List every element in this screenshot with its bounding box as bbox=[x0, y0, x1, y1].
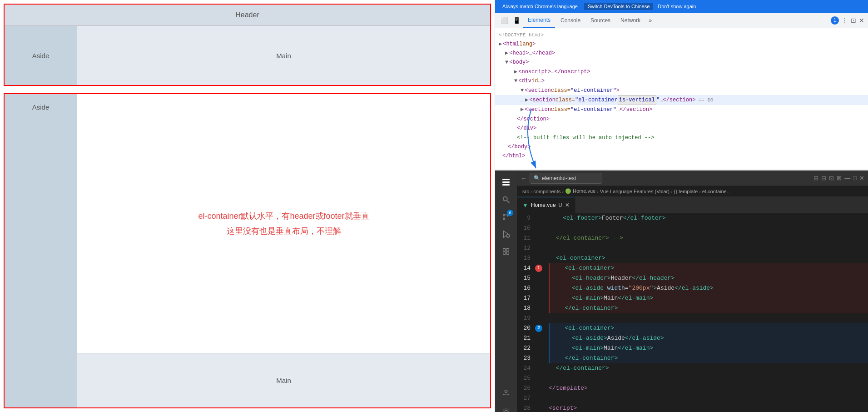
svg-point-3 bbox=[503, 197, 507, 201]
code-line-10[interactable] bbox=[549, 223, 868, 233]
line-num-20: 20 bbox=[519, 323, 531, 333]
line-num-25: 25 bbox=[519, 373, 531, 383]
right-panel: Always match Chrome's language Switch De… bbox=[495, 0, 868, 412]
tab-home-vue[interactable]: ▼ Home.vue U ✕ bbox=[517, 197, 575, 213]
svg-point-5 bbox=[503, 218, 505, 220]
code-line-27[interactable] bbox=[549, 393, 868, 403]
activity-account[interactable] bbox=[498, 384, 514, 401]
search-box[interactable]: 🔍 elementui-test bbox=[530, 173, 602, 184]
html-line-noscript: ▶ <noscript> … </noscript> bbox=[495, 67, 868, 76]
breadcrumb-src[interactable]: src bbox=[522, 189, 529, 194]
vscode-activity-bar: 6 bbox=[495, 171, 517, 412]
activity-settings[interactable] bbox=[498, 403, 514, 412]
breadcrumb-el[interactable]: el-containe... bbox=[702, 189, 731, 194]
html-line-head: ▶ <head> … </head> bbox=[495, 49, 868, 58]
code-line-26[interactable]: </template> bbox=[549, 383, 868, 393]
breadcrumb-sep4: › bbox=[671, 189, 673, 194]
html-line-html: ▶ <html lang > bbox=[495, 40, 868, 49]
line-num-11: 11 bbox=[519, 233, 531, 243]
close-devtools-icon[interactable]: ✕ bbox=[859, 17, 864, 24]
vscode-panel: 6 ← bbox=[495, 171, 868, 412]
code-line-17[interactable]: <el-main>Main</el-main> bbox=[549, 293, 868, 303]
close-vscode-icon[interactable]: ✕ bbox=[859, 175, 864, 181]
vscode-titlebar: ← 🔍 elementui-test ⊞ ⊟ ⊡ ⊠ — □ ✕ bbox=[517, 171, 868, 186]
html-line-section1: ▼ <section class= "el-container" > bbox=[495, 86, 868, 95]
minimize-icon[interactable]: — bbox=[844, 175, 850, 181]
code-line-14[interactable]: <el-container> bbox=[549, 263, 868, 273]
svg-line-4 bbox=[507, 201, 510, 203]
svg-rect-14 bbox=[506, 252, 509, 254]
tab-filename: Home.vue bbox=[531, 202, 556, 208]
code-line-12[interactable] bbox=[549, 243, 868, 253]
breadcrumb-file[interactable]: 🟢 Home.vue bbox=[565, 188, 595, 194]
breadcrumb-sep5: › bbox=[699, 189, 701, 194]
layout-icon-1[interactable]: ⊞ bbox=[813, 175, 818, 181]
maximize-icon[interactable]: □ bbox=[853, 175, 857, 181]
code-line-9[interactable]: <el-footer>Footer</el-footer> bbox=[549, 213, 868, 223]
devtools-panel: Always match Chrome's language Switch De… bbox=[495, 0, 868, 171]
vscode-editor: 9 10 11 12 13 14 15 16 17 18 19 20 21 22 bbox=[517, 213, 868, 412]
activity-extensions[interactable] bbox=[498, 243, 514, 260]
code-line-20[interactable]: <el-container> bbox=[549, 323, 868, 333]
code-line-13[interactable]: <el-container> bbox=[549, 253, 868, 263]
line-num-23: 23 bbox=[519, 353, 531, 363]
svg-rect-11 bbox=[503, 249, 506, 251]
layout-icon-4[interactable]: ⊠ bbox=[837, 175, 842, 181]
html-line-doctype: <!DOCTYPE html> bbox=[495, 31, 868, 40]
html-line-close-html: </html> bbox=[495, 151, 868, 161]
line-num-22: 22 bbox=[519, 343, 531, 353]
layout-icon-3[interactable]: ⊡ bbox=[829, 175, 834, 181]
search-icon: 🔍 bbox=[534, 175, 540, 181]
tab-elements[interactable]: Elements bbox=[523, 13, 555, 28]
container-2-wrapper: Aside el-container默认水平，有header或footer就垂直… bbox=[4, 93, 491, 408]
code-line-15[interactable]: <el-header>Header</el-header> bbox=[549, 273, 868, 283]
svg-rect-0 bbox=[502, 179, 510, 180]
line-num-16: 16 bbox=[519, 283, 531, 293]
devtools-html-content: <!DOCTYPE html> ▶ <html lang > ▶ <head> … bbox=[495, 28, 868, 170]
activity-git[interactable]: 6 bbox=[498, 209, 514, 225]
html-line-section-vertical[interactable]: … ▶ <section class= "el-container is-ver… bbox=[495, 95, 868, 105]
breadcrumb-volar[interactable]: Vue Language Features (Volar) bbox=[600, 189, 670, 194]
code-line-21[interactable]: <el-aside>Aside</el-aside> bbox=[549, 333, 868, 343]
tab-console[interactable]: Console bbox=[556, 13, 585, 28]
activity-run[interactable] bbox=[498, 226, 514, 242]
git-badge: 6 bbox=[507, 210, 513, 216]
annotation-line2: 这里没有也是垂直布局，不理解 bbox=[227, 224, 341, 238]
code-line-18[interactable]: </el-container> bbox=[549, 303, 868, 313]
el-main-1: Main bbox=[77, 26, 490, 85]
code-line-11[interactable]: </el-container> --> bbox=[549, 233, 868, 243]
lang-dont-btn[interactable]: Don't show again bbox=[658, 4, 696, 9]
dock-icon[interactable]: ⊡ bbox=[851, 17, 856, 24]
vscode-main: ← 🔍 elementui-test ⊞ ⊟ ⊡ ⊠ — □ ✕ s bbox=[517, 171, 868, 412]
layout-icon-2[interactable]: ⊟ bbox=[821, 175, 826, 181]
code-line-25[interactable] bbox=[549, 373, 868, 383]
more-tabs-icon[interactable]: » bbox=[646, 15, 655, 25]
code-line-23[interactable]: </el-container> bbox=[549, 353, 868, 363]
tab-close-icon[interactable]: ✕ bbox=[565, 202, 570, 208]
el-aside-2: Aside bbox=[5, 94, 77, 407]
line-num-28: 28 bbox=[519, 403, 531, 412]
activity-search[interactable] bbox=[498, 191, 514, 208]
settings-icon[interactable]: ⋮ bbox=[842, 17, 848, 24]
breadcrumb-components[interactable]: components bbox=[533, 189, 560, 194]
inspect-icon[interactable]: ⬜ bbox=[499, 16, 510, 25]
activity-explorer[interactable] bbox=[498, 174, 514, 191]
html-line-body: ▼ <body> bbox=[495, 58, 868, 67]
html-line-comment: <!-- built files will be auto injected -… bbox=[495, 133, 868, 142]
code-line-28[interactable]: <script> bbox=[549, 403, 868, 412]
device-icon[interactable]: 📱 bbox=[511, 16, 522, 25]
badge-2: 2 bbox=[535, 323, 545, 333]
code-line-22[interactable]: <el-main>Main</el-main> bbox=[549, 343, 868, 353]
container-2-right: el-container默认水平，有header或footer就垂直 这里没有也… bbox=[77, 94, 490, 407]
code-line-16[interactable]: <el-aside width="200px">Aside</el-aside> bbox=[549, 283, 868, 293]
breadcrumb-template[interactable]: {} template bbox=[674, 189, 698, 194]
container-1: Header Aside Main bbox=[4, 4, 491, 86]
line-num-27: 27 bbox=[519, 393, 531, 403]
lang-match-btn[interactable]: Always match Chrome's language bbox=[499, 3, 581, 10]
tab-network[interactable]: Network bbox=[616, 13, 645, 28]
back-icon[interactable]: ← bbox=[521, 175, 527, 182]
code-line-19[interactable] bbox=[549, 313, 868, 323]
tab-sources[interactable]: Sources bbox=[586, 13, 615, 28]
code-line-24[interactable]: </el-container> bbox=[549, 363, 868, 373]
lang-switch-btn[interactable]: Switch DevTools to Chinese bbox=[584, 3, 653, 10]
